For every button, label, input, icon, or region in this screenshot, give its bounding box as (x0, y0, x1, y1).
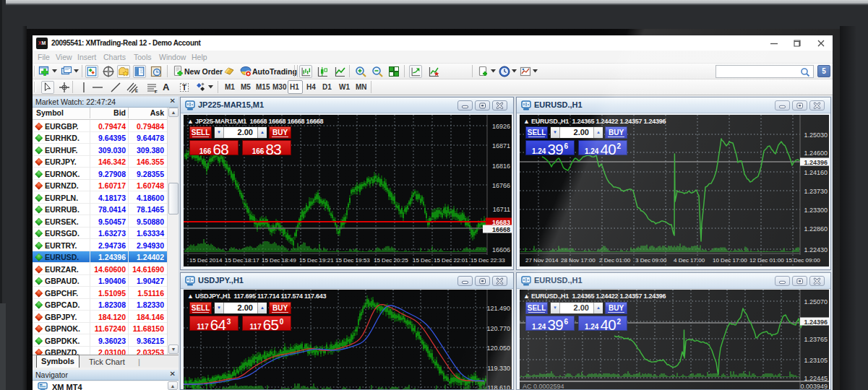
svg-text:15 Dec: 15 Dec (413, 257, 431, 264)
svg-text:1.24600: 1.24600 (804, 150, 828, 157)
svg-text:16683: 16683 (492, 219, 510, 226)
svg-text:4 Dec 17:00: 4 Dec 17:00 (674, 257, 705, 264)
svg-text:1.22860: 1.22860 (804, 225, 828, 233)
svg-text:16606: 16606 (492, 246, 510, 254)
svg-text:16816: 16816 (492, 162, 510, 170)
svg-text:1.22445: 1.22445 (804, 375, 828, 382)
svg-text:16926: 16926 (492, 123, 510, 130)
svg-text:28 Nov 17:00: 28 Nov 17:00 (561, 257, 596, 264)
svg-text:10 Dec 17:00: 10 Dec 17:00 (713, 257, 747, 264)
svg-text:1.23765: 1.23765 (804, 336, 828, 343)
svg-text:15 Dec 09:00: 15 Dec 09:00 (786, 257, 820, 264)
svg-text:119.330: 119.330 (487, 365, 510, 372)
svg-text:15 Dec 2014: 15 Dec 2014 (189, 257, 223, 264)
svg-text:15 Dec 19:21: 15 Dec 19:21 (299, 257, 334, 264)
svg-text:1.24396: 1.24396 (804, 318, 828, 326)
svg-text:15 Dec 22:33: 15 Dec 22:33 (470, 257, 505, 264)
svg-text:1.23300: 1.23300 (804, 207, 828, 214)
svg-text:16871: 16871 (492, 142, 510, 150)
svg-text:121.490: 121.490 (486, 305, 510, 312)
svg-text:15 Dec 20:25: 15 Dec 20:25 (374, 257, 408, 264)
svg-text:118.610: 118.610 (487, 384, 510, 390)
svg-text:E: E (135, 89, 138, 93)
svg-text:AC 0.0002594: AC 0.0002594 (523, 383, 564, 390)
svg-text:15 Dec 19:53: 15 Dec 19:53 (335, 257, 370, 264)
svg-text:16668: 16668 (492, 226, 510, 233)
svg-text:1.24160: 1.24160 (804, 169, 828, 176)
svg-text:15 Dec 22:01: 15 Dec 22:01 (434, 257, 468, 264)
svg-text:1.23105: 1.23105 (804, 357, 828, 364)
svg-text:1.25070: 1.25070 (804, 298, 828, 306)
svg-text:1.24396: 1.24396 (804, 159, 828, 166)
svg-text:16711: 16711 (493, 206, 510, 213)
svg-text:16766: 16766 (492, 182, 510, 189)
svg-text:1.22430: 1.22430 (804, 246, 828, 254)
svg-text:120.770: 120.770 (486, 325, 510, 332)
svg-text:120.050: 120.050 (486, 344, 510, 352)
svg-text:0.003949: 0.003949 (800, 383, 828, 390)
svg-text:15 Dec 18:17: 15 Dec 18:17 (225, 257, 259, 264)
svg-text:27 Nov 2014: 27 Nov 2014 (525, 257, 559, 264)
svg-text:3 Dec 09:00: 3 Dec 09:00 (635, 257, 667, 264)
svg-text:1.23730: 1.23730 (804, 188, 828, 195)
svg-text:2 Dec 01:00: 2 Dec 01:00 (599, 257, 631, 264)
svg-text:15 Dec 18:49: 15 Dec 18:49 (262, 257, 296, 264)
svg-text:T: T (182, 84, 186, 92)
svg-text:F: F (155, 90, 158, 94)
svg-text:12 Dec 01:00: 12 Dec 01:00 (749, 257, 784, 264)
svg-text:1.25030: 1.25030 (804, 131, 828, 139)
